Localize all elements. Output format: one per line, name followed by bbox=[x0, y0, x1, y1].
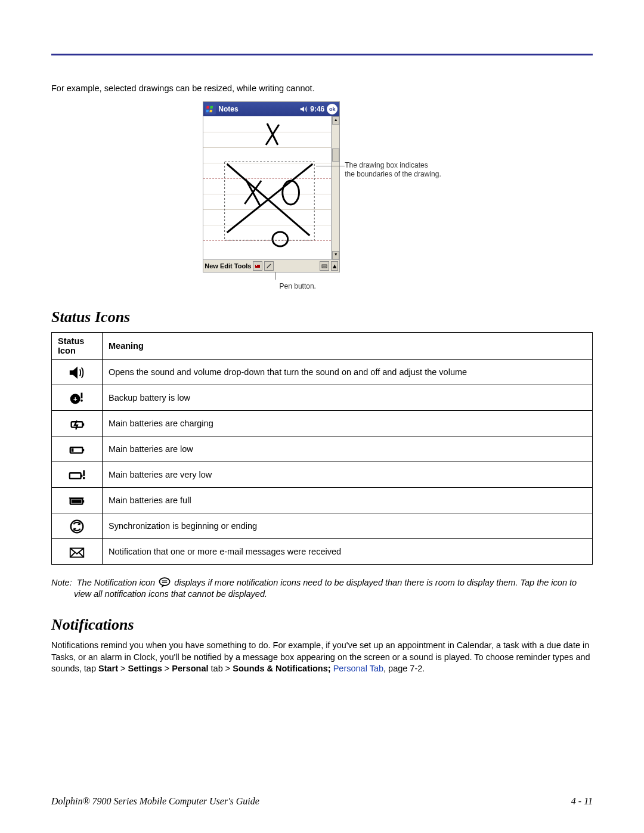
row-meaning: Main batteries are full bbox=[103, 487, 593, 513]
table-row: Main batteries are low bbox=[52, 436, 593, 462]
svg-rect-3 bbox=[210, 110, 213, 112]
record-button[interactable] bbox=[253, 261, 262, 271]
svg-point-15 bbox=[80, 400, 83, 402]
svg-rect-9 bbox=[322, 265, 327, 268]
svg-rect-17 bbox=[82, 423, 84, 426]
battery-very-low-icon bbox=[68, 466, 86, 484]
notification-overflow-icon bbox=[157, 577, 172, 589]
row-meaning: Notification that one or more e-mail mes… bbox=[103, 538, 593, 564]
svg-rect-14 bbox=[81, 393, 83, 398]
row-meaning: Synchronization is beginning or ending bbox=[103, 513, 593, 538]
col-header-icon: Status Icon bbox=[52, 332, 103, 359]
notes-titlebar: Notes 9:46 ok bbox=[203, 102, 339, 116]
scroll-down-button[interactable]: ▼ bbox=[332, 251, 339, 259]
scroll-up-button[interactable]: ▲ bbox=[332, 116, 339, 125]
ok-button[interactable]: ok bbox=[327, 104, 338, 114]
notes-window: Notes 9:46 ok bbox=[203, 101, 340, 272]
svg-rect-1 bbox=[210, 106, 213, 109]
sync-icon bbox=[68, 518, 86, 535]
status-icons-table: Status Icon Meaning Opens the sound and … bbox=[51, 332, 593, 565]
backup-battery-low-icon: + bbox=[68, 389, 86, 407]
svg-text:+: + bbox=[73, 395, 78, 402]
scroll-track[interactable] bbox=[332, 125, 339, 251]
row-meaning: Backup battery is low bbox=[103, 385, 593, 410]
status-icons-heading: Status Icons bbox=[51, 308, 593, 326]
personal-tab-link[interactable]: Personal Tab bbox=[331, 664, 383, 673]
notes-toolbar: New Edit Tools ▲ bbox=[203, 259, 339, 272]
row-meaning: Main batteries are charging bbox=[103, 410, 593, 436]
pen-toolbar-button[interactable] bbox=[264, 261, 274, 271]
table-row: Main batteries are very low bbox=[52, 462, 593, 487]
svg-rect-0 bbox=[206, 106, 209, 109]
notifications-body: Notifications remind you when you have s… bbox=[51, 640, 593, 675]
battery-low-icon bbox=[68, 441, 86, 459]
battery-charging-icon bbox=[68, 415, 86, 433]
drawing-content bbox=[203, 116, 331, 259]
tools-menu[interactable]: Tools bbox=[234, 262, 252, 270]
svg-rect-22 bbox=[81, 475, 83, 477]
table-row: Main batteries are charging bbox=[52, 410, 593, 436]
edit-menu[interactable]: Edit bbox=[220, 262, 233, 270]
notes-figure: Notes 9:46 ok bbox=[51, 101, 593, 290]
pen-button-callout: Pen button. bbox=[255, 282, 340, 290]
row-meaning: Main batteries are low bbox=[103, 436, 593, 462]
notes-title: Notes bbox=[218, 105, 238, 113]
svg-rect-27 bbox=[72, 500, 82, 503]
svg-rect-23 bbox=[83, 470, 85, 475]
notification-note: Note: The Notification icon displays if … bbox=[51, 577, 593, 600]
speaker-icon bbox=[68, 364, 86, 382]
svg-rect-2 bbox=[206, 110, 209, 112]
notifications-heading: Notifications bbox=[51, 616, 593, 634]
table-row: Notification that one or more e-mail mes… bbox=[52, 538, 593, 564]
footer-left: Dolphin® 7900 Series Mobile Computer Use… bbox=[51, 796, 259, 807]
scroll-thumb[interactable] bbox=[332, 148, 339, 162]
speaker-small-icon bbox=[299, 105, 308, 113]
col-header-meaning: Meaning bbox=[103, 332, 593, 359]
battery-full-icon bbox=[68, 492, 86, 510]
new-menu[interactable]: New bbox=[205, 262, 218, 270]
table-row: Opens the sound and volume drop-down tha… bbox=[52, 359, 593, 385]
page-top-rule bbox=[51, 54, 593, 55]
footer-right: 4 - 11 bbox=[571, 796, 593, 807]
svg-rect-20 bbox=[72, 448, 74, 452]
notes-canvas[interactable]: ▲ ▼ bbox=[203, 116, 339, 259]
table-row: Main batteries are full bbox=[52, 487, 593, 513]
svg-point-31 bbox=[160, 578, 170, 586]
drawing-box-callout: The drawing box indicates the boundaries… bbox=[345, 161, 441, 179]
mail-icon bbox=[68, 543, 86, 561]
svg-point-24 bbox=[83, 477, 85, 479]
svg-rect-26 bbox=[82, 500, 84, 503]
notes-scrollbar[interactable]: ▲ ▼ bbox=[332, 116, 339, 259]
page-footer: Dolphin® 7900 Series Mobile Computer Use… bbox=[51, 796, 593, 807]
table-row: + Backup battery is low bbox=[52, 385, 593, 410]
svg-rect-21 bbox=[70, 473, 81, 478]
keyboard-button[interactable] bbox=[320, 261, 329, 271]
svg-point-4 bbox=[283, 181, 299, 205]
keyboard-menu-button[interactable]: ▲ bbox=[331, 261, 338, 271]
row-meaning: Opens the sound and volume drop-down tha… bbox=[103, 359, 593, 385]
notes-time: 9:46 bbox=[310, 105, 324, 113]
svg-point-8 bbox=[256, 265, 257, 266]
start-flag-icon bbox=[205, 104, 216, 114]
row-meaning: Main batteries are very low bbox=[103, 462, 593, 487]
table-row: Synchronization is beginning or ending bbox=[52, 513, 593, 538]
svg-rect-19 bbox=[82, 449, 84, 451]
svg-point-5 bbox=[273, 232, 288, 246]
intro-text: For example, selected drawings can be re… bbox=[51, 83, 593, 94]
svg-rect-28 bbox=[69, 497, 83, 498]
